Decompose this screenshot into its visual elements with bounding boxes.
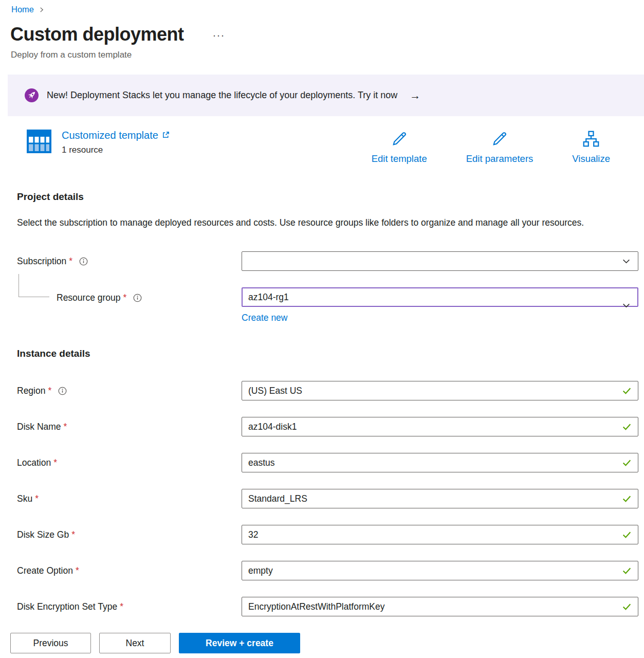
field-row-disk-size-gb: Disk Size Gb * xyxy=(17,525,638,544)
pencil-icon xyxy=(490,130,509,151)
disk-encryption-set-type-input[interactable] xyxy=(242,597,638,616)
project-details-description: Select the subscription to manage deploy… xyxy=(17,215,608,231)
external-link-icon xyxy=(162,130,170,141)
field-row-create-option: Create Option * xyxy=(17,561,638,580)
resource-group-label: Resource group xyxy=(57,293,121,303)
disk-encryption-set-type-label-group: Disk Encryption Set Type * xyxy=(17,601,242,612)
customized-template-link[interactable]: Customized template xyxy=(62,130,170,141)
field-row-subscription: Subscription * xyxy=(17,251,638,271)
field-row-resource-group: Resource group * az104-rg1 Create new xyxy=(17,287,638,323)
sku-label: Sku xyxy=(17,494,32,504)
location-input[interactable] xyxy=(242,453,638,472)
template-row: Customized template 1 resource xyxy=(27,130,610,164)
resource-group-value: az104-rg1 xyxy=(248,292,289,303)
page-subtitle: Deploy from a custom template xyxy=(11,50,644,60)
instance-details-form: Region * Disk Name * xyxy=(17,381,638,616)
valid-checkmark-icon xyxy=(621,529,632,540)
required-marker: * xyxy=(64,422,67,432)
edit-parameters-label: Edit parameters xyxy=(466,153,533,164)
field-row-location: Location * xyxy=(17,453,638,472)
create-option-label-group: Create Option * xyxy=(17,565,242,576)
pencil-icon xyxy=(390,130,409,151)
template-actions: Edit template Edit parameters xyxy=(372,130,610,164)
resource-group-select[interactable]: az104-rg1 xyxy=(242,287,638,307)
template-name: Customized template xyxy=(62,130,158,141)
resource-count: 1 resource xyxy=(62,145,170,155)
disk-name-label: Disk Name xyxy=(17,422,61,432)
previous-button[interactable]: Previous xyxy=(10,633,91,653)
required-marker: * xyxy=(53,458,57,468)
region-input[interactable] xyxy=(242,381,638,400)
sku-label-group: Sku * xyxy=(17,494,242,504)
project-details-form: Subscription * Resource group * xyxy=(17,251,638,323)
create-option-label: Create Option xyxy=(17,565,73,576)
subscription-label-group: Subscription * xyxy=(17,256,242,267)
subscription-select[interactable] xyxy=(242,251,638,271)
required-marker: * xyxy=(76,565,79,576)
edit-parameters-button[interactable]: Edit parameters xyxy=(466,130,533,164)
subscription-label: Subscription xyxy=(17,256,66,267)
location-label-group: Location * xyxy=(17,458,242,468)
create-new-link[interactable]: Create new xyxy=(242,313,288,323)
location-label: Location xyxy=(17,458,51,468)
visualize-label: Visualize xyxy=(572,153,610,164)
more-options-button[interactable]: ··· xyxy=(210,28,228,41)
field-row-region: Region * xyxy=(17,381,638,400)
field-row-sku: Sku * xyxy=(17,489,638,508)
disk-name-input[interactable] xyxy=(242,417,638,436)
visualize-button[interactable]: Visualize xyxy=(572,130,610,164)
create-option-input[interactable] xyxy=(242,561,638,580)
rocket-icon xyxy=(25,88,39,102)
page-title: Custom deployment xyxy=(10,24,184,45)
review-create-button[interactable]: Review + create xyxy=(179,633,300,653)
field-row-disk-encryption-set-type: Disk Encryption Set Type * xyxy=(17,597,638,616)
required-marker: * xyxy=(48,386,51,396)
next-button[interactable]: Next xyxy=(99,633,171,653)
valid-checkmark-icon xyxy=(621,601,632,612)
valid-checkmark-icon xyxy=(621,458,632,468)
disk-name-label-group: Disk Name * xyxy=(17,422,242,432)
edit-template-button[interactable]: Edit template xyxy=(372,130,427,164)
disk-encryption-set-type-label: Disk Encryption Set Type xyxy=(17,601,117,612)
hierarchy-connector-line xyxy=(19,274,49,297)
title-row: Custom deployment ··· xyxy=(10,24,644,45)
breadcrumb: Home xyxy=(0,0,644,14)
chevron-down-icon xyxy=(622,257,631,266)
region-label-group: Region * xyxy=(17,386,242,396)
required-marker: * xyxy=(35,494,39,504)
edit-template-label: Edit template xyxy=(372,153,427,164)
disk-size-gb-input[interactable] xyxy=(242,525,638,544)
sku-input[interactable] xyxy=(242,489,638,508)
required-marker: * xyxy=(69,256,72,267)
valid-checkmark-icon xyxy=(621,494,632,504)
banner-text: New! Deployment Stacks let you manage th… xyxy=(47,90,397,101)
breadcrumb-home-link[interactable]: Home xyxy=(11,5,34,14)
required-marker: * xyxy=(120,601,123,612)
chevron-down-icon xyxy=(622,301,631,310)
region-label: Region xyxy=(17,386,45,396)
disk-size-gb-label-group: Disk Size Gb * xyxy=(17,529,242,540)
valid-checkmark-icon xyxy=(621,565,632,576)
info-icon[interactable] xyxy=(58,387,67,395)
chevron-right-icon xyxy=(39,7,45,13)
arrow-right-icon: → xyxy=(410,89,420,102)
template-icon xyxy=(27,130,51,156)
required-marker: * xyxy=(123,293,127,303)
hierarchy-icon xyxy=(582,130,600,151)
resource-group-label-group: Resource group * xyxy=(17,287,242,308)
custom-deployment-page: Home Custom deployment ··· Deploy from a… xyxy=(0,0,644,616)
project-details-heading: Project details xyxy=(17,191,644,203)
info-icon[interactable] xyxy=(79,257,88,266)
valid-checkmark-icon xyxy=(621,386,632,396)
info-icon[interactable] xyxy=(133,294,142,302)
deployment-stacks-banner[interactable]: New! Deployment Stacks let you manage th… xyxy=(8,75,644,116)
required-marker: * xyxy=(71,529,75,540)
valid-checkmark-icon xyxy=(621,422,632,432)
instance-details-heading: Instance details xyxy=(17,348,644,359)
template-info: Customized template 1 resource xyxy=(27,130,170,156)
wizard-footer: Previous Next Review + create xyxy=(0,624,644,658)
field-row-disk-name: Disk Name * xyxy=(17,417,638,436)
disk-size-gb-label: Disk Size Gb xyxy=(17,529,69,540)
